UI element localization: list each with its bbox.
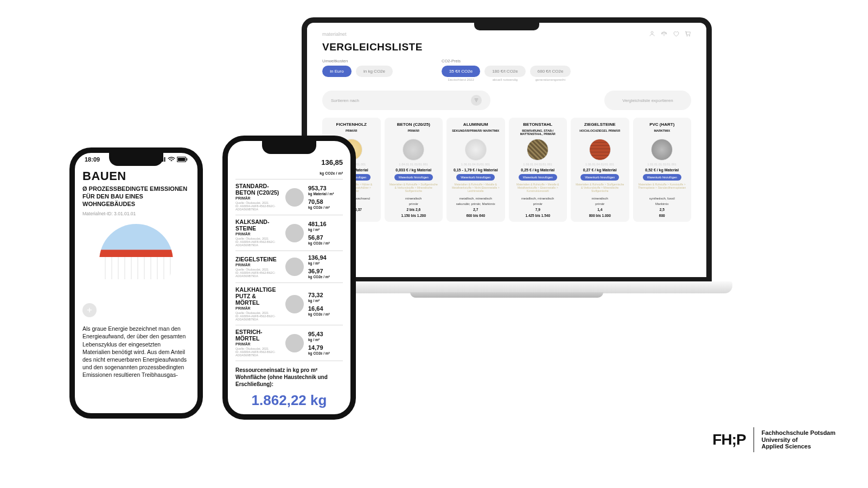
card-price: 0,25 € / kg Material — [521, 168, 554, 172]
phone-article-content: BAUEN Ø PROZESSBEDINGTE EMISSIONEN FÜR D… — [82, 169, 190, 408]
pill-680[interactable]: 680 €/t CO2e — [530, 66, 571, 77]
brand-name: materialnet — [322, 31, 347, 37]
material-swatch — [403, 139, 424, 160]
card-breadcrumb: Materialien & Rohstoffe > Stoffgemische … — [574, 183, 626, 195]
row-co2-value: 16,64 — [308, 306, 343, 312]
row-co2-value: 36,97 — [308, 268, 343, 274]
card-title: FICHTENHOLZ — [336, 122, 367, 127]
row-origin: PRIMÄR — [235, 263, 281, 267]
svg-point-1 — [687, 35, 688, 36]
fhp-line1: Fachhochschule Potsdam — [762, 429, 835, 436]
co2-label: CO2-Preis — [442, 59, 571, 63]
fhp-logo-block: FH;P Fachhochschule Potsdam University o… — [712, 427, 835, 452]
comparison-app: materialnet VERGLEICHSLISTE Umweltkosten… — [307, 23, 706, 277]
heart-icon[interactable] — [673, 30, 679, 38]
card-code: 1.06.01.04.01/01.001 — [461, 163, 490, 166]
card-origin: primär — [409, 202, 418, 206]
row-mass-unit: kg / m² — [308, 338, 343, 342]
article-subtitle: Ø PROZESSBEDINGTE EMISSIONEN FÜR DEN BAU… — [82, 185, 190, 208]
row-co2-value: 70,58 — [308, 199, 343, 205]
card-total: 1.150 bis 1.200 — [401, 214, 426, 217]
material-card[interactable]: ZIEGELSTEINEHOCHLOCHZIEGEL PRIMÄR1.06.01… — [571, 118, 629, 222]
card-title: PVC (HART) — [649, 122, 674, 127]
phone-mockup-article: 18:09 BAUEN Ø PROZESSBEDINGTE EMISSIONEN… — [69, 147, 203, 419]
sort-dropdown[interactable]: Sortieren nach — [322, 91, 490, 110]
pill-35[interactable]: 35 €/t CO2e — [442, 66, 480, 77]
card-price: 0,52 € / kg Material — [645, 168, 679, 172]
row-source: Quelle: Ökobaudat, 2021ID: A93094-A6F8-4… — [235, 268, 281, 278]
cart-icon[interactable] — [685, 30, 691, 38]
material-card[interactable]: BETONSTAHLBEWÄHRUNG, STAB-/ MATTENSTAHL,… — [509, 118, 567, 222]
row-mass-value: 95,43 — [308, 331, 343, 337]
material-card[interactable]: BETON (C20/25)PRIMÄR1.04.01.01.01/01.001… — [385, 118, 443, 222]
row-origin: PRIMÄR — [235, 232, 281, 236]
filter-icon — [471, 95, 482, 106]
row-source: Quelle: Ökobaudat, 2021ID: A93094-A6F8-4… — [235, 237, 281, 247]
row-source: Quelle: Ökobaudat, 2021ID: A93094-A6F8-4… — [235, 201, 281, 211]
card-total: 600 — [659, 214, 665, 217]
add-to-cart-button[interactable]: Warenkorb hinzufügen — [580, 174, 619, 181]
card-range: 2,5 — [660, 208, 665, 211]
row-swatch — [285, 224, 304, 242]
add-to-cart-button[interactable]: Warenkorb hinzufügen — [456, 174, 495, 181]
material-row[interactable]: KALKHALTIGE PUTZ & MÖRTELPRIMÄRQuelle: Ö… — [235, 282, 343, 325]
card-subtitle: PRIMÄR — [346, 129, 358, 137]
status-time: 18:09 — [85, 156, 100, 163]
wifi-icon — [168, 157, 175, 162]
material-row[interactable]: STANDARD-BETON (C20/25)PRIMÄRQuelle: Öko… — [235, 179, 343, 215]
add-to-cart-button[interactable]: Warenkorb hinzufügen — [519, 174, 557, 181]
card-breadcrumb: Materialien & Rohstoffe > Metalle & Meta… — [512, 183, 564, 195]
article-body: Als graue Energie bezeichnet man den Ene… — [82, 325, 190, 378]
card-origin: primär — [595, 202, 604, 206]
pill-in-euro[interactable]: in Euro — [322, 66, 352, 77]
row-swatch — [285, 188, 304, 207]
expand-button[interactable]: + — [82, 303, 97, 317]
row-co2-unit: kg CO2e / m² — [308, 351, 343, 355]
material-card[interactable]: ALUMINIUMSEKUNDÄR/PRIMÄR/ MARKTMIX1.06.0… — [446, 118, 505, 222]
export-button[interactable]: Vergleichsliste exportieren — [604, 91, 691, 110]
row-co2-value: 14,79 — [308, 345, 343, 351]
pill-in-co2e[interactable]: in kg CO2e — [356, 66, 393, 77]
material-card[interactable]: PVC (HART)MARKTMIX1.01.01.01.01/01.0010,… — [633, 118, 692, 222]
sort-placeholder: Sortieren nach — [331, 98, 359, 103]
row-mass-value: 73,32 — [308, 292, 343, 298]
material-row[interactable]: ZIEGELSTEINEPRIMÄRQuelle: Ökobaudat, 202… — [235, 251, 343, 282]
card-price: 0,27 € / kg Material — [583, 168, 617, 172]
fhp-logotype: FH;P — [712, 431, 745, 448]
phone-mockup-list: 136,85 kg CO2e / m² STANDARD-BETON (C20/… — [222, 136, 356, 420]
card-code: 1.01.01.01.01/01.001 — [648, 163, 676, 166]
row-origin: PRIMÄR — [235, 196, 281, 200]
material-row[interactable]: ESTRICH-MÖRTELPRIMÄRQuelle: Ökobaudat, 2… — [235, 325, 343, 361]
umwelt-filter: Umweltkosten in Euro in kg CO2e — [322, 59, 393, 82]
card-tag: mineralisch — [592, 197, 608, 200]
row-source: Quelle: Ökobaudat, 2021ID: A93094-A6F8-4… — [235, 347, 281, 357]
row-title: KALKSAND-STEINE — [235, 219, 281, 232]
co2-filter: CO2-Preis 35 €/t CO2eDeutschland 2022 18… — [442, 59, 571, 82]
row-title: STANDARD-BETON (C20/25) — [235, 183, 281, 196]
card-subtitle: HOCHLOCHZIEGEL PRIMÄR — [579, 129, 620, 137]
add-to-cart-button[interactable]: Warenkorb hinzufügen — [643, 174, 681, 181]
material-card-row: FICHTENHOLZPRIMÄR1.01.03.01.01/01.0010,0… — [322, 118, 691, 222]
card-subtitle: SEKUNDÄR/PRIMÄR/ MARKTMIX — [452, 129, 499, 137]
header-icon-group — [649, 30, 691, 38]
add-to-cart-button[interactable]: Warenkorb hinzufügen — [394, 174, 433, 181]
card-tag: synthetisch, fossil — [649, 197, 675, 200]
top-total-value: 136,85 — [321, 158, 343, 166]
pill-180-sub: aktuell notwendig — [493, 77, 518, 82]
card-subtitle: PRIMÄR — [407, 129, 419, 137]
card-breadcrumb: Materialien & Rohstoffe > Metalle & Meta… — [450, 183, 502, 195]
material-row[interactable]: KALKSAND-STEINEPRIMÄRQuelle: Ökobaudat, … — [235, 215, 343, 251]
scale-icon[interactable] — [661, 30, 667, 38]
pill-180[interactable]: 180 €/t CO2e — [484, 66, 526, 77]
user-icon[interactable] — [649, 30, 655, 38]
sort-export-row: Sortieren nach Vergleichsliste exportier… — [322, 91, 691, 110]
pill-35-sub: Deutschland 2022 — [448, 77, 474, 82]
laptop-camera-notch — [474, 23, 539, 30]
row-co2-unit: kg CO2e / m² — [308, 206, 343, 209]
svg-rect-8 — [178, 158, 186, 161]
resource-total-value: 1.862,22 kg — [235, 392, 343, 409]
svg-rect-9 — [187, 158, 188, 161]
fhp-line2: University of — [762, 436, 835, 444]
row-mass-unit: kg / m² — [308, 228, 343, 232]
article-meta: Materialnet-ID: 3.01.01.01 — [82, 211, 190, 216]
